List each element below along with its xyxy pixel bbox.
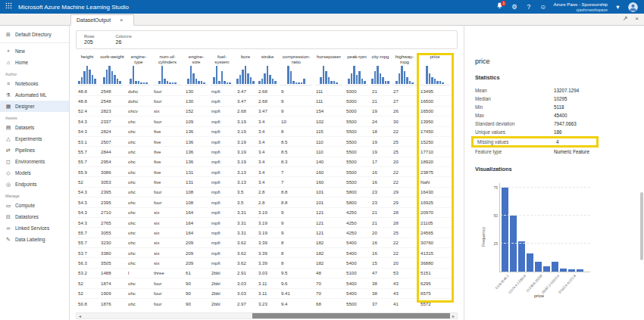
cell: five <box>152 147 183 157</box>
close-icon[interactable]: × <box>635 15 639 22</box>
cell: 5400 <box>344 248 370 258</box>
cell: 121 <box>314 228 344 238</box>
sidebar-item-default-directory[interactable]: ⊞ Default Directory <box>0 29 69 40</box>
scrollbar-thumb[interactable] <box>252 313 450 318</box>
cell: mpfi <box>209 96 235 106</box>
column-header-stroke[interactable]: stroke <box>256 53 279 86</box>
cell: 3.62 <box>235 258 256 268</box>
column-header-curb-weight[interactable]: curb-weight <box>98 53 126 86</box>
cell: 3.19 <box>235 117 256 126</box>
column-header-price[interactable]: price <box>418 53 452 86</box>
sidebar-item-label: Endpoints <box>15 182 36 187</box>
notifications-bell-icon[interactable]: 1 <box>496 0 504 14</box>
cell: 3.13 <box>235 167 256 177</box>
waffle-menu-icon[interactable] <box>5 0 13 14</box>
tab-close-icon[interactable]: × <box>120 17 123 23</box>
table-row: 521909ohcfour902bbl3.033.119.41705400384… <box>76 288 452 298</box>
column-header-height[interactable]: height <box>76 53 98 86</box>
settings-gear-icon[interactable]: ⚙ <box>510 0 518 14</box>
sidebar-item-data-labeling[interactable]: ✎Data Labeling <box>0 234 69 245</box>
cell: 2395 <box>98 187 126 197</box>
tab-dataset-output[interactable]: DatasetOutput × <box>70 14 134 26</box>
cell: mpfi <box>209 147 235 157</box>
workspace-selector[interactable]: Azure Pass - Sponsorship ojashmworkspace <box>553 2 608 12</box>
panel-scrollbar-thumb[interactable] <box>640 192 643 260</box>
user-avatar[interactable] <box>628 2 638 12</box>
column-name: num-of-cylinders <box>153 54 182 64</box>
cell: six <box>152 207 183 217</box>
columns-info: Columns 26 <box>115 34 131 45</box>
column-header-fuel-system[interactable]: fuel-system <box>209 53 235 86</box>
stat-value: 5118 <box>554 104 564 110</box>
tab-label: DatasetOutput <box>77 17 111 23</box>
column-header-peak-rpm[interactable]: peak-rpm <box>344 53 370 86</box>
cell: 109 <box>183 117 209 126</box>
column-header-engine-size[interactable]: engine-size <box>183 53 209 86</box>
cell: 3.03 <box>256 268 279 278</box>
cell: 3.4 <box>256 157 279 166</box>
cell: ohc <box>126 126 152 136</box>
sidebar-item-new[interactable]: + New <box>0 45 69 57</box>
column-header-highway-mpg[interactable]: highway-mpg <box>391 53 418 86</box>
column-header-compression-ratio[interactable]: compression-ratio <box>279 53 314 86</box>
column-header-horsepower[interactable]: horsepower <box>314 53 344 86</box>
chevron-down-icon[interactable]: ▾ <box>614 0 622 14</box>
help-icon[interactable]: ? <box>524 0 533 14</box>
y-tick-label: 25 <box>493 241 498 246</box>
grid-info-strip: Rows 205 Columns 26 <box>76 30 458 49</box>
cell: 5400 <box>344 288 370 298</box>
sidebar-item-datasets[interactable]: ▤Datasets <box>0 122 69 133</box>
cell: 55.9 <box>76 167 98 177</box>
expand-icon[interactable]: ↗ <box>623 15 628 22</box>
sidebar-item-endpoints[interactable]: ◎Endpoints <box>0 179 69 190</box>
cell: 4250 <box>344 228 370 238</box>
cell: 2.8 <box>256 187 279 197</box>
scroll-left-icon[interactable]: ◄ <box>77 314 83 318</box>
sidebar-item-compute[interactable]: ▭Compute <box>0 200 69 211</box>
sidebar-item-environments[interactable]: ◻Environments <box>0 156 69 167</box>
sidebar-item-home[interactable]: ⌂ Home <box>0 57 69 68</box>
column-header-bore[interactable]: bore <box>235 53 256 86</box>
chart-x-labels: 5118-9146.213174.4-17202.621230.8-252592… <box>501 274 599 295</box>
scrollbar-track[interactable] <box>83 313 450 318</box>
sidebar-item-experiments[interactable]: △Experiments <box>0 133 69 144</box>
horizontal-scrollbar[interactable]: ◄ ► <box>76 312 458 319</box>
cell: 30760 <box>418 238 452 247</box>
cell: 5000 <box>344 96 370 106</box>
cell: 5400 <box>344 238 370 247</box>
cell: 2.91 <box>235 268 256 278</box>
table-row: 53.73380ohcsix209mpfi3.623.3981825400162… <box>76 248 452 258</box>
cell: 55.7 <box>76 228 98 238</box>
cell: 3086 <box>98 167 126 177</box>
sidebar-item-models[interactable]: ◇Models <box>0 167 69 179</box>
sidebar-item-pipelines[interactable]: ⇄Pipelines <box>0 144 69 156</box>
feedback-smiley-icon[interactable]: ☺ <box>539 0 547 14</box>
endpoints-icon: ◎ <box>5 182 11 188</box>
column-header-city-mpg[interactable]: city-mpg <box>370 53 391 86</box>
cell: 54.3 <box>76 207 98 217</box>
cell: ohc <box>126 228 152 238</box>
table-row: 54.32824ohcfive136mpfi3.193.481155500182… <box>76 126 452 136</box>
cell: 3.47 <box>235 96 256 106</box>
cell: 24565 <box>418 228 452 238</box>
sidebar-item-notebooks[interactable]: ≡Notebooks <box>0 78 69 89</box>
sidebar-item-designer[interactable]: ▦Designer <box>0 101 69 112</box>
table-row: 55.72954ohcfive136mpfi3.193.48.314055001… <box>76 157 452 166</box>
cell: 1488 <box>98 268 126 278</box>
sidebar-item-automated-ml[interactable]: ⚗Automated ML <box>0 89 69 101</box>
bar <box>518 241 525 272</box>
sidebar-item-datastores[interactable]: ⊟Datastores <box>0 211 69 222</box>
cell: 90 <box>183 298 209 306</box>
cell: 16500 <box>418 106 452 116</box>
stat-row-missing-values: Missing values4 <box>471 136 599 148</box>
cell: 22 <box>391 177 418 187</box>
column-header-engine-type[interactable]: engine-type <box>126 53 152 86</box>
cell: 13950 <box>418 117 452 126</box>
cell: 3.39 <box>256 258 279 268</box>
sidebar-item-linked-services[interactable]: ∞Linked Services <box>0 222 69 234</box>
cell: 209 <box>183 258 209 268</box>
sidebar-item-label: Data Labeling <box>15 237 45 242</box>
cell: 3.5 <box>235 197 256 207</box>
scroll-right-icon[interactable]: ► <box>450 314 457 318</box>
column-header-num-of-cylinders[interactable]: num-of-cylinders <box>152 53 183 86</box>
